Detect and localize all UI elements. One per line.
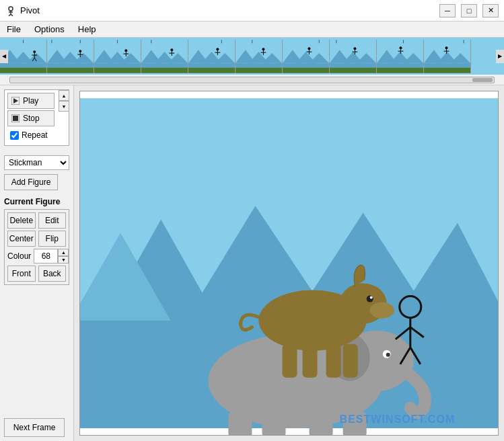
stop-button[interactable]: Stop [7, 110, 55, 126]
svg-rect-73 [283, 67, 329, 73]
figure-select-row: Stickman [4, 155, 69, 170]
svg-point-122 [386, 353, 390, 357]
filmstrip-frame-6[interactable] [236, 40, 283, 73]
svg-rect-124 [228, 411, 252, 435]
app-icon [5, 5, 16, 16]
title-bar-left: Pivot [5, 5, 40, 16]
scrollbar-track[interactable] [9, 77, 495, 83]
flip-button[interactable]: Flip [38, 231, 67, 247]
svg-point-130 [370, 303, 394, 319]
filmstrip-nav-right[interactable]: ▶ [496, 50, 504, 63]
svg-point-44 [170, 48, 173, 51]
svg-rect-135 [326, 344, 341, 378]
svg-rect-93 [377, 67, 423, 73]
svg-marker-109 [13, 98, 18, 104]
app-title: Pivot [20, 5, 40, 15]
canvas-area: BESTWINSOFT.COM [74, 85, 504, 441]
svg-rect-136 [343, 344, 358, 378]
svg-point-84 [353, 47, 356, 50]
svg-rect-125 [262, 411, 285, 435]
repeat-checkbox[interactable] [10, 131, 19, 140]
menu-bar: File Options Help [0, 22, 504, 38]
stop-label: Stop [23, 114, 40, 123]
colour-spinner-arrows: ▲ ▼ [58, 249, 69, 264]
repeat-label: Repeat [22, 130, 48, 140]
svg-point-64 [262, 48, 264, 50]
svg-rect-133 [282, 344, 297, 378]
svg-rect-10 [0, 67, 46, 73]
minimize-button[interactable]: ─ [439, 4, 456, 17]
playback-scroll-arrows: ▲ ▼ [59, 90, 69, 112]
svg-point-131 [367, 296, 373, 303]
playback-group: Play Stop Repeat ▲ ▼ [4, 89, 69, 146]
center-button[interactable]: Center [7, 231, 36, 247]
filmstrip-frame-10[interactable] [424, 40, 471, 73]
svg-point-74 [308, 47, 310, 50]
menu-file[interactable]: File [4, 23, 24, 36]
edit-button[interactable]: Edit [38, 212, 67, 229]
svg-rect-33 [94, 67, 141, 73]
svg-rect-53 [188, 67, 235, 73]
svg-point-132 [370, 296, 373, 299]
colour-spin-up[interactable]: ▲ [58, 249, 69, 256]
svg-point-0 [9, 7, 13, 11]
stop-icon [11, 114, 20, 123]
svg-text:BESTWINSOFT.COM: BESTWINSOFT.COM [340, 413, 456, 425]
current-figure-box: Delete Edit Center Flip Colour ▲ ▼ Front [4, 209, 69, 285]
colour-spin-down[interactable]: ▼ [58, 256, 69, 264]
svg-rect-22 [47, 67, 94, 73]
delete-button[interactable]: Delete [7, 212, 36, 229]
front-back-row: Front Back [7, 266, 66, 282]
title-bar: Pivot ─ □ ✕ [0, 0, 504, 22]
scene-svg: BESTWINSOFT.COM [80, 91, 498, 435]
svg-rect-63 [236, 67, 282, 73]
svg-rect-134 [303, 344, 318, 378]
filmstrip-frame-8[interactable] [330, 40, 377, 73]
svg-point-104 [445, 46, 448, 49]
filmstrip-frame-9[interactable] [377, 40, 424, 73]
figure-dropdown[interactable]: Stickman [4, 155, 69, 170]
svg-rect-111 [13, 116, 18, 121]
filmstrip-frame-5[interactable] [188, 40, 236, 73]
filmstrip-nav-left[interactable]: ◀ [0, 50, 8, 63]
svg-point-34 [124, 49, 127, 52]
left-panel: Play Stop Repeat ▲ ▼ [0, 85, 74, 441]
svg-rect-83 [330, 67, 376, 73]
play-label: Play [23, 96, 38, 106]
menu-help[interactable]: Help [75, 23, 99, 36]
colour-label: Colour [7, 251, 31, 261]
filmstrip-frame-3[interactable] [94, 40, 141, 73]
svg-rect-103 [424, 67, 470, 73]
separator-1 [4, 149, 69, 153]
scroll-up-arrow[interactable]: ▲ [59, 90, 69, 101]
filmstrip-frame-7[interactable] [283, 40, 330, 73]
svg-rect-43 [141, 67, 188, 73]
canvas-frame[interactable]: BESTWINSOFT.COM [79, 91, 499, 436]
add-figure-button[interactable]: Add Figure [4, 174, 58, 190]
svg-line-4 [11, 14, 13, 16]
center-flip-row: Center Flip [7, 231, 66, 247]
main-area: Play Stop Repeat ▲ ▼ [0, 85, 504, 441]
colour-spinner: ▲ ▼ [34, 249, 69, 264]
current-figure-title: Current Figure [4, 197, 69, 206]
scroll-down-arrow[interactable]: ▼ [59, 101, 69, 112]
play-icon [11, 96, 20, 106]
back-button[interactable]: Back [38, 266, 67, 282]
colour-input[interactable] [34, 249, 58, 264]
scrollbar-thumb[interactable] [472, 78, 493, 82]
menu-options[interactable]: Options [32, 23, 67, 36]
colour-row: Colour ▲ ▼ [7, 249, 66, 264]
filmstrip [0, 38, 504, 75]
filmstrip-container: ◀ [0, 38, 504, 75]
filmstrip-frame-2[interactable] [47, 40, 94, 73]
play-button[interactable]: Play [7, 93, 55, 109]
front-button[interactable]: Front [7, 266, 36, 282]
close-button[interactable]: ✕ [482, 4, 499, 17]
svg-point-54 [216, 48, 219, 50]
filmstrip-frame-4[interactable] [141, 40, 188, 73]
svg-point-94 [400, 46, 402, 49]
delete-edit-row: Delete Edit [7, 212, 66, 229]
repeat-row: Repeat [7, 128, 66, 143]
restore-button[interactable]: □ [461, 4, 477, 17]
next-frame-button[interactable]: Next Frame [4, 418, 65, 437]
